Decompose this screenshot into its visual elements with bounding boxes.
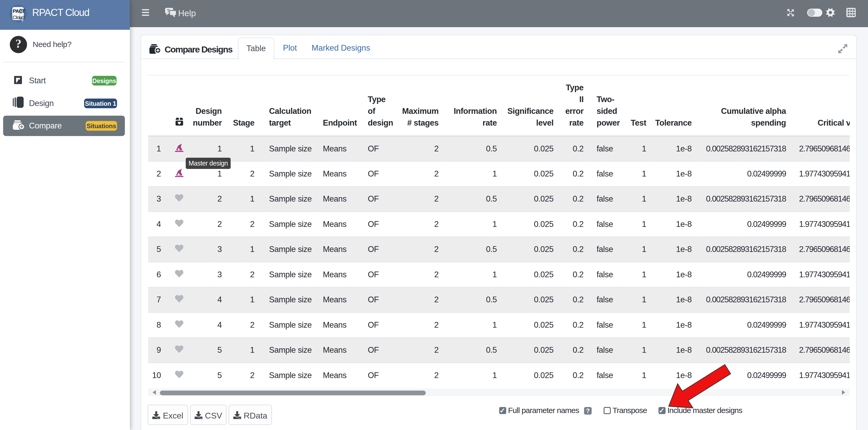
svg-text:?: ? <box>16 37 22 51</box>
svg-text:Cloud: Cloud <box>12 14 24 20</box>
svg-text:PACT: PACT <box>13 8 25 14</box>
